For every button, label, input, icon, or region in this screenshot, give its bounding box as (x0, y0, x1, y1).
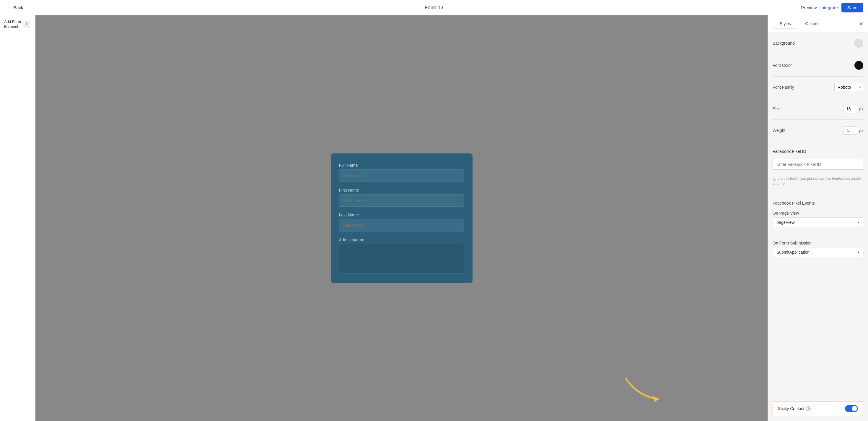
weight-unit: px (859, 128, 863, 133)
on-page-view-value: pageView (776, 220, 795, 225)
full-name-input[interactable] (339, 169, 464, 182)
page-title: Form 13 (425, 5, 443, 11)
sticky-contact-toggle[interactable] (845, 405, 858, 412)
facebook-pixel-id-label: Facebook Pixel ID (773, 149, 863, 154)
arrow-annotation (620, 372, 667, 409)
divider-6 (773, 193, 863, 193)
add-form-element-labels: Add Form Element (4, 20, 21, 29)
on-page-view-label: On Page View (773, 211, 863, 216)
divider-1 (773, 54, 863, 54)
first-name-input[interactable] (339, 194, 464, 207)
divider-4 (773, 119, 863, 120)
on-form-submission-label: On Form Submission (773, 241, 863, 245)
facebook-pixel-hint: Ignore this field if you plan to use thi… (773, 176, 863, 186)
last-name-label: Last Name (339, 213, 464, 217)
panel-content: Background Font Color Font Family Roboto… (768, 33, 868, 263)
top-bar-right: Preview Integrate Save (801, 3, 863, 12)
weight-input[interactable] (843, 126, 858, 135)
info-icon[interactable]: i (806, 406, 811, 411)
font-family-label: Font Family (773, 85, 794, 90)
font-family-row: Font Family Roboto Arial Helvetica (773, 83, 863, 91)
last-name-field: Last Name (339, 213, 464, 231)
font-color-label: Font Color (773, 63, 792, 68)
divider-7 (773, 234, 863, 234)
plus-icon[interactable]: + (23, 21, 30, 28)
facebook-pixel-id-input[interactable] (773, 159, 863, 170)
full-name-label: Full Name (339, 163, 464, 168)
panel-tabs: Styles Options (773, 20, 826, 28)
weight-input-group: px (843, 126, 863, 135)
back-button[interactable]: ← Back (5, 3, 26, 12)
sticky-label-group: Sticky Contact i (778, 406, 811, 411)
size-row: Size px (773, 105, 863, 113)
full-name-field: Full Name (339, 163, 464, 182)
signature-label: Add signature (339, 237, 464, 242)
on-form-submission-dropdown[interactable]: SubmitApplication ▾ (773, 247, 863, 257)
signature-area[interactable] (339, 244, 464, 274)
last-name-input[interactable] (339, 219, 464, 231)
chevron-down-icon-2: ▾ (858, 250, 860, 254)
size-input-group: px (843, 105, 863, 113)
background-row: Background (773, 39, 863, 48)
panel-header: Styles Options ✕ (768, 16, 868, 33)
first-name-label: First Name (339, 188, 464, 193)
canvas-area: Full Name First Name Last Name Add signa… (35, 16, 768, 421)
facebook-pixel-events-label: Facebook Pixel Events (773, 201, 863, 205)
element-label: Element (4, 24, 21, 29)
toggle-slider (845, 405, 858, 412)
on-page-view-dropdown[interactable]: pageView ▾ (773, 217, 863, 227)
background-label: Background (773, 41, 795, 46)
save-button[interactable]: Save (841, 3, 863, 12)
weight-label: Weight (773, 128, 785, 133)
font-color-swatch[interactable] (855, 61, 863, 70)
right-panel: Styles Options ✕ Background Font Color F… (768, 16, 868, 421)
left-sidebar: Add Form Element + (0, 16, 35, 421)
tab-options[interactable]: Options (798, 20, 826, 28)
on-page-view-section: On Page View pageView ▾ (773, 211, 863, 227)
font-family-select[interactable]: Roboto Arial Helvetica (834, 83, 863, 91)
font-color-row: Font Color (773, 61, 863, 70)
chevron-down-icon: ▾ (858, 220, 860, 224)
add-form-element[interactable]: Add Form Element + (4, 20, 31, 29)
integrate-button[interactable]: Integrate (820, 5, 838, 10)
sticky-contact-label: Sticky Contact (778, 406, 804, 411)
sticky-contact-row: Sticky Contact i (773, 401, 863, 416)
font-family-select-wrapper: Roboto Arial Helvetica (834, 83, 863, 91)
sticky-contact-section: Sticky Contact i (768, 401, 868, 421)
tab-styles[interactable]: Styles (773, 20, 798, 28)
divider-3 (773, 98, 863, 98)
size-label: Size (773, 107, 781, 111)
top-bar: ← Back Form 13 Preview Integrate Save (0, 0, 868, 16)
form-card: Full Name First Name Last Name Add signa… (331, 153, 472, 283)
close-button[interactable]: ✕ (859, 21, 863, 27)
signature-field: Add signature (339, 237, 464, 274)
preview-button[interactable]: Preview (801, 5, 816, 10)
weight-row: Weight px (773, 126, 863, 135)
divider-5 (773, 141, 863, 141)
background-color-swatch[interactable] (855, 39, 863, 48)
size-input[interactable] (843, 105, 858, 113)
size-unit: px (859, 107, 863, 111)
top-bar-left: ← Back (5, 3, 26, 12)
divider-2 (773, 76, 863, 77)
on-form-submission-value: SubmitApplication (776, 250, 809, 255)
first-name-field: First Name (339, 188, 464, 207)
on-form-submission-section: On Form Submission SubmitApplication ▾ (773, 241, 863, 257)
add-form-label: Add Form (4, 20, 21, 24)
main-layout: Add Form Element + Full Name First Name … (0, 16, 868, 421)
svg-marker-0 (652, 396, 658, 402)
